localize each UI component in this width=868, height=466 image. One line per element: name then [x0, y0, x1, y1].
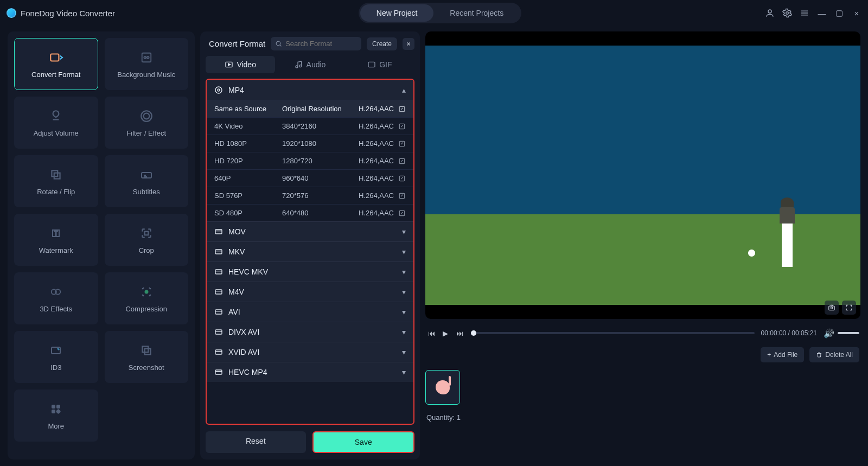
- prev-icon[interactable]: ⏮: [426, 328, 436, 338]
- file-thumbnail[interactable]: [425, 370, 460, 405]
- preset-row[interactable]: Same as SourceOriginal ResolutionH.264,A…: [207, 100, 413, 117]
- chevron-down-icon: ▾: [402, 348, 406, 356]
- fullscreen-icon[interactable]: [842, 301, 856, 315]
- tool-icon: [46, 343, 66, 358]
- search-input[interactable]: [285, 40, 357, 48]
- next-icon[interactable]: ⏭: [455, 328, 464, 338]
- close-panel-icon[interactable]: ×: [403, 38, 414, 50]
- preset-resolution: 720*576: [282, 191, 359, 200]
- tool-3d-effects[interactable]: 3D Effects: [14, 272, 98, 324]
- player-bar: ⏮ ▶ ⏭ 00:00:00 / 00:05:21 🔊: [425, 323, 860, 343]
- format-list[interactable]: MP4 ▴ Same as SourceOriginal ResolutionH…: [206, 79, 414, 425]
- tool-label: 3D Effects: [40, 305, 72, 313]
- subtab-video[interactable]: Video: [206, 56, 275, 73]
- sidebar: Convert FormatBackground MusicAdjust Vol…: [8, 31, 195, 459]
- subtab-gif[interactable]: GIF: [345, 56, 414, 73]
- tool-id3[interactable]: ID3: [14, 331, 98, 383]
- play-icon[interactable]: ▶: [441, 328, 450, 338]
- timeline[interactable]: [471, 332, 755, 334]
- account-icon[interactable]: [765, 8, 775, 18]
- create-button[interactable]: Create: [367, 37, 397, 50]
- preset-row[interactable]: HD 720P1280*720H.264,AAC: [207, 152, 413, 169]
- format-group-divx-avi[interactable]: DIVX AVI▾: [207, 322, 413, 342]
- subtab-audio[interactable]: Audio: [275, 56, 344, 73]
- video-preview[interactable]: [425, 31, 860, 319]
- tool-icon: [46, 284, 66, 299]
- format-group-hevc-mkv[interactable]: HEVC MKV▾: [207, 261, 413, 282]
- tab-recent-projects[interactable]: Recent Projects: [433, 4, 520, 22]
- preset-row[interactable]: 640P960*640H.264,AAC: [207, 169, 413, 187]
- tool-label: Compression: [125, 305, 167, 313]
- edit-icon[interactable]: [398, 123, 406, 130]
- format-icon: [214, 247, 223, 256]
- preset-row[interactable]: 4K Video3840*2160H.264,AAC: [207, 117, 413, 135]
- edit-icon[interactable]: [398, 175, 406, 182]
- preset-codec: H.264,AAC: [359, 105, 394, 113]
- svg-point-33: [296, 66, 298, 68]
- format-group-mkv[interactable]: MKV▾: [207, 241, 413, 261]
- svg-rect-51: [215, 290, 222, 294]
- tool-background-music[interactable]: Background Music: [105, 38, 189, 90]
- tool-label: Adjust Volume: [34, 129, 79, 137]
- preset-name: 640P: [214, 174, 282, 182]
- edit-icon[interactable]: [398, 157, 406, 165]
- format-group-avi[interactable]: AVI▾: [207, 302, 413, 322]
- tool-label: Watermark: [39, 246, 73, 254]
- preset-row[interactable]: SD 480P640*480H.264,AAC: [207, 204, 413, 221]
- tool-screenshot[interactable]: Screenshot: [105, 331, 189, 383]
- edit-icon[interactable]: [398, 209, 406, 217]
- preset-resolution: 960*640: [282, 174, 359, 182]
- format-icon: [214, 267, 223, 276]
- format-group-xvid-avi[interactable]: XVID AVI▾: [207, 342, 413, 362]
- tool-more[interactable]: More: [14, 390, 98, 442]
- chevron-up-icon: ▴: [402, 86, 406, 94]
- quantity-label: Quantity: 1: [425, 409, 860, 422]
- tool-compression[interactable]: Compression: [105, 272, 189, 324]
- app-title: FoneDog Video Converter: [21, 9, 115, 18]
- edit-icon[interactable]: [398, 140, 406, 148]
- menu-icon[interactable]: [800, 8, 809, 18]
- tab-new-project[interactable]: New Project: [360, 4, 433, 22]
- svg-point-29: [276, 41, 280, 46]
- preset-name: SD 480P: [214, 209, 282, 217]
- tool-icon: [46, 401, 66, 417]
- svg-rect-53: [215, 310, 222, 314]
- preset-row[interactable]: HD 1080P1920*1080H.264,AAC: [207, 135, 413, 152]
- close-icon[interactable]: ×: [852, 8, 861, 18]
- svg-rect-28: [56, 408, 61, 414]
- minimize-icon[interactable]: —: [817, 8, 827, 18]
- tool-subtitles[interactable]: Subtitles: [105, 155, 189, 207]
- format-group-hevc-mp4[interactable]: HEVC MP4▾: [207, 362, 413, 382]
- tool-filter-effect[interactable]: Filter / Effect: [105, 97, 189, 149]
- tool-rotate-flip[interactable]: Rotate / Flip: [14, 155, 98, 207]
- preset-codec: H.264,AAC: [359, 122, 394, 130]
- format-name: DIVX AVI: [228, 328, 259, 336]
- delete-all-button[interactable]: Delete All: [809, 347, 859, 362]
- edit-icon[interactable]: [398, 105, 406, 113]
- format-group-m4v[interactable]: M4V▾: [207, 282, 413, 302]
- format-group-mov[interactable]: MOV▾: [207, 221, 413, 241]
- svg-rect-5: [51, 54, 59, 61]
- svg-point-36: [215, 87, 222, 93]
- tool-convert-format[interactable]: Convert Format: [14, 38, 98, 90]
- save-button[interactable]: Save: [312, 431, 415, 453]
- tool-adjust-volume[interactable]: Adjust Volume: [14, 97, 98, 149]
- search-wrap[interactable]: [271, 37, 361, 50]
- format-group-mp4[interactable]: MP4 ▴: [207, 80, 413, 100]
- tool-icon: [137, 226, 156, 241]
- snapshot-icon[interactable]: [825, 301, 839, 315]
- tool-watermark[interactable]: TWatermark: [14, 214, 98, 266]
- maximize-icon[interactable]: ▢: [834, 8, 844, 18]
- reset-button[interactable]: Reset: [206, 431, 306, 453]
- edit-icon[interactable]: [398, 192, 406, 200]
- preset-resolution: 3840*2160: [282, 122, 359, 130]
- svg-rect-45: [215, 229, 222, 234]
- volume-icon[interactable]: 🔊: [824, 328, 834, 339]
- gear-icon[interactable]: [782, 8, 792, 18]
- preset-row[interactable]: SD 576P720*576H.264,AAC: [207, 187, 413, 204]
- svg-rect-27: [52, 410, 55, 413]
- tool-crop[interactable]: Crop: [105, 214, 189, 266]
- svg-rect-22: [52, 347, 60, 354]
- add-file-button[interactable]: + Add File: [761, 347, 804, 362]
- volume-slider[interactable]: [838, 332, 859, 334]
